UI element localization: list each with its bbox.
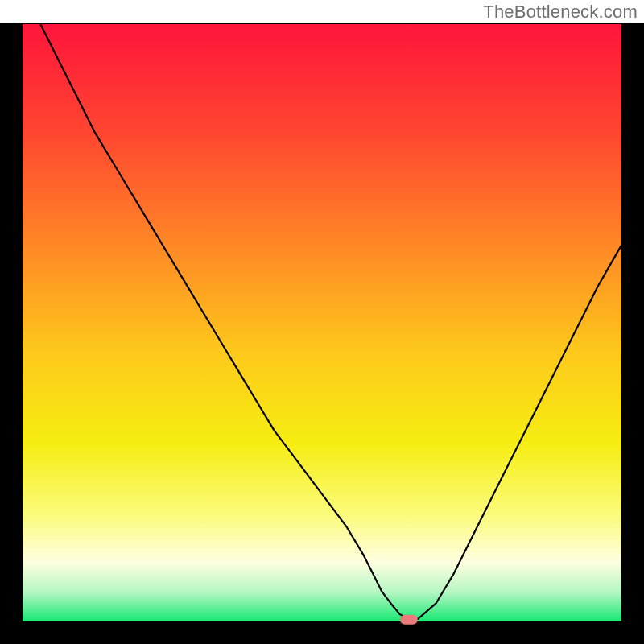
watermark-text: TheBottleneck.com bbox=[483, 2, 638, 23]
bottleneck-chart bbox=[0, 0, 644, 644]
minimum-marker bbox=[400, 615, 418, 625]
svg-rect-2 bbox=[23, 24, 621, 621]
chart-container: TheBottleneck.com bbox=[0, 0, 644, 644]
